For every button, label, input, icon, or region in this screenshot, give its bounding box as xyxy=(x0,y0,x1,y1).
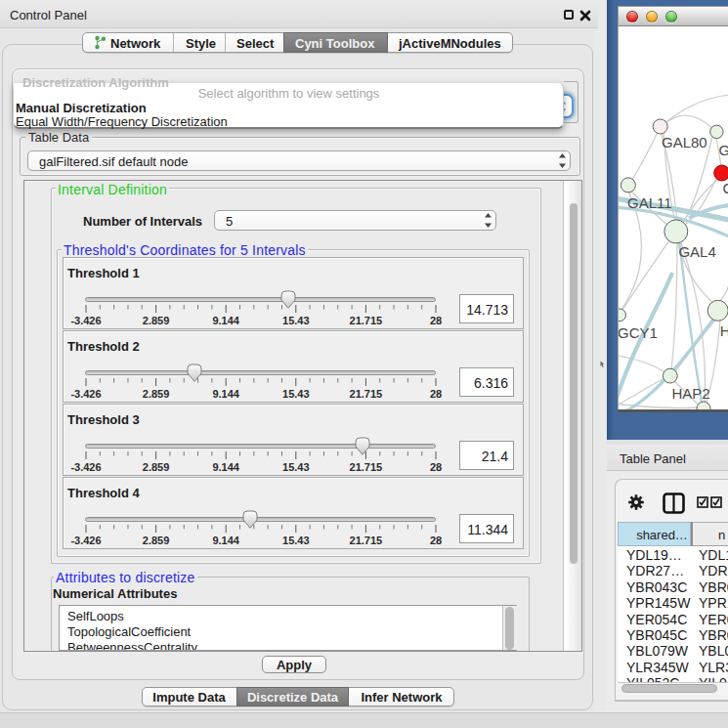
svg-text:GAL11: GAL11 xyxy=(627,194,672,211)
svg-text:GCY1: GCY1 xyxy=(619,324,658,341)
svg-text:C: C xyxy=(723,180,728,196)
svg-text:H: H xyxy=(720,322,728,339)
svg-text:HAP2: HAP2 xyxy=(671,385,709,402)
svg-text:GA: GA xyxy=(719,142,728,158)
svg-text:GAL4: GAL4 xyxy=(678,243,715,260)
svg-text:GAL80: GAL80 xyxy=(662,134,707,150)
